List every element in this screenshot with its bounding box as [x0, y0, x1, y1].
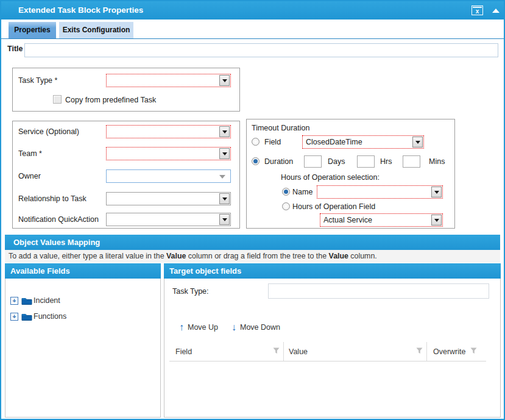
relationship-to-task-combobox[interactable]	[106, 192, 231, 205]
target-object-fields-title: Target object fields	[169, 263, 241, 279]
expand-plus-icon[interactable]: +	[10, 313, 18, 321]
collapse-icon[interactable]	[492, 9, 500, 13]
filter-icon[interactable]	[416, 347, 423, 356]
field-radio-label: Field	[264, 138, 281, 146]
available-fields-header: Available Fields	[5, 263, 161, 279]
object-values-mapping-title: Object Values Mapping	[13, 235, 100, 250]
available-fields-title: Available Fields	[10, 263, 70, 279]
tab-properties[interactable]: Properties	[9, 22, 56, 38]
tree-item-incident[interactable]: + Incident	[5, 296, 160, 307]
instruction-text: column or drag a field from the tree to …	[186, 252, 328, 260]
mapping-grid-header: Field Value Overwrite	[169, 342, 486, 361]
hoo-field-combobox-value: Actual Service	[323, 216, 430, 224]
dialog-titlebar: Extended Task Block Properties	[1, 1, 504, 20]
hours-of-operation-field-radio-label: Hours of Operation Field	[292, 202, 375, 211]
team-label: Team *	[18, 149, 42, 158]
close-x-glyph: x	[472, 8, 482, 15]
column-header-value[interactable]: Value	[284, 342, 427, 361]
column-overwrite-label: Overwrite	[433, 347, 465, 356]
notification-quickaction-combobox[interactable]	[106, 213, 231, 226]
title-input[interactable]	[24, 43, 498, 57]
column-header-field[interactable]: Field	[171, 342, 284, 361]
target-object-fields-header: Target object fields	[164, 263, 501, 279]
arrow-up-icon: ↑	[179, 322, 184, 332]
field-radio[interactable]	[252, 138, 260, 146]
copy-predefined-task-label: Copy from predefined Task	[65, 96, 156, 104]
filter-icon[interactable]	[470, 347, 477, 356]
target-task-type-input[interactable]	[268, 283, 489, 299]
chevron-down-icon[interactable]	[219, 193, 230, 204]
dialog-title: Extended Task Block Properties	[18, 1, 143, 20]
target-task-type-label: Task Type:	[172, 287, 209, 296]
chevron-down-icon[interactable]	[219, 126, 230, 137]
tree-item-label: Functions	[34, 312, 66, 321]
name-radio[interactable]	[282, 188, 290, 196]
folder-icon	[21, 296, 32, 307]
timeout-duration-title: Timeout Duration	[252, 124, 309, 132]
instruction-text: column.	[348, 252, 377, 260]
folder-icon	[21, 312, 32, 323]
move-up-button[interactable]: ↑ Move Up	[179, 322, 218, 332]
hrs-input[interactable]	[357, 155, 375, 168]
assignment-group: Service (Optional) Team * Owner Relation…	[12, 121, 240, 229]
mins-input[interactable]	[403, 155, 420, 168]
column-field-label: Field	[175, 347, 273, 356]
instruction-value-bold: Value	[329, 252, 348, 260]
task-type-group: Task Type * Copy from predefined Task	[12, 68, 240, 112]
title-label: Title	[7, 44, 23, 53]
column-value-label: Value	[289, 347, 416, 356]
mins-label: Mins	[429, 157, 445, 166]
chevron-down-icon[interactable]	[431, 215, 442, 226]
team-combobox[interactable]	[106, 147, 231, 160]
hours-of-operation-field-radio[interactable]	[282, 202, 290, 210]
available-fields-panel: Available Fields + Incident + Functions	[5, 263, 161, 418]
tree-item-functions[interactable]: + Functions	[5, 311, 160, 322]
duration-radio[interactable]	[252, 157, 260, 165]
instruction-text: To add a value, either type a literal va…	[9, 252, 166, 260]
hours-of-operation-field-combobox[interactable]: Actual Service	[320, 213, 443, 227]
notification-quickaction-label: Notification QuickAction	[18, 215, 99, 224]
close-icon[interactable]: x	[471, 5, 483, 15]
arrow-down-icon: ↓	[231, 322, 236, 332]
hours-of-operation-selection-label: Hours of Operation selection:	[281, 173, 380, 182]
target-object-fields-panel: Target object fields Task Type: ↑ Move U…	[164, 263, 501, 418]
target-object-fields-body: Task Type: ↑ Move Up ↓ Move Down Field V…	[164, 279, 501, 418]
tab-divider	[1, 38, 504, 39]
copy-predefined-task-checkbox[interactable]	[53, 95, 62, 104]
object-values-mapping-header: Object Values Mapping	[5, 235, 500, 250]
task-type-combobox[interactable]	[106, 74, 231, 87]
days-label: Days	[328, 157, 345, 166]
chevron-down-icon[interactable]	[431, 187, 442, 198]
move-up-label: Move Up	[188, 323, 218, 332]
field-combobox[interactable]: ClosedDateTime	[302, 135, 424, 149]
column-header-overwrite[interactable]: Overwrite	[428, 342, 486, 361]
service-label: Service (Optional)	[18, 127, 79, 136]
move-down-button[interactable]: ↓ Move Down	[231, 322, 280, 332]
chevron-down-icon[interactable]	[412, 137, 423, 148]
expand-plus-icon[interactable]: +	[10, 297, 18, 305]
duration-radio-label: Duration	[264, 157, 293, 166]
task-type-label: Task Type *	[18, 76, 57, 85]
move-down-label: Move Down	[240, 323, 280, 332]
days-input[interactable]	[304, 155, 322, 168]
name-combobox[interactable]	[317, 185, 443, 199]
relationship-to-task-label: Relationship to Task	[18, 194, 87, 203]
filter-icon[interactable]	[273, 347, 280, 356]
chevron-down-icon[interactable]	[219, 75, 230, 86]
tree-item-label: Incident	[34, 296, 60, 305]
instruction-value-bold: Value	[166, 252, 186, 260]
mapping-instruction: To add a value, either type a literal va…	[5, 250, 500, 263]
chevron-down-icon	[219, 175, 225, 182]
tab-exits-configuration[interactable]: Exits Configuration	[59, 22, 133, 38]
timeout-duration-group: Timeout Duration Field ClosedDateTime Du…	[246, 119, 455, 229]
service-combobox[interactable]	[106, 125, 231, 138]
chevron-down-icon[interactable]	[219, 148, 230, 159]
field-combobox-value: ClosedDateTime	[306, 138, 411, 146]
owner-label: Owner	[18, 172, 41, 180]
owner-combobox[interactable]	[106, 169, 231, 183]
name-radio-label: Name	[292, 188, 313, 196]
available-fields-tree: + Incident + Functions	[5, 279, 161, 418]
hrs-label: Hrs	[380, 157, 392, 166]
extended-task-block-properties-dialog: Extended Task Block Properties x Propert…	[0, 0, 505, 420]
chevron-down-icon[interactable]	[219, 214, 230, 225]
